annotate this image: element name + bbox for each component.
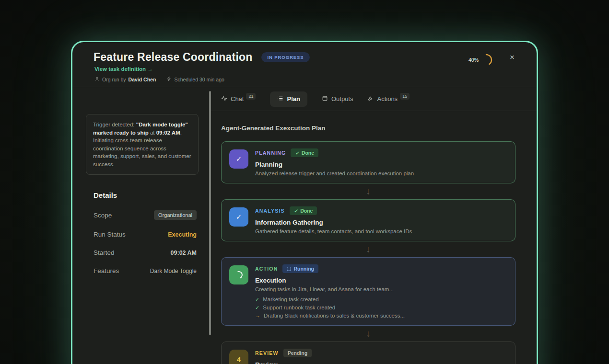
tab-bar: Chat 21 Plan Outputs [211, 87, 537, 111]
progress-percent: 40% [468, 57, 479, 63]
run-status-value: Executing [168, 231, 197, 238]
step-description: Analyzed release trigger and created coo… [255, 171, 414, 176]
spinner-icon [287, 267, 291, 271]
details-section: Details Scope Organizational Run Status … [94, 191, 197, 274]
step-title: Planning [255, 161, 414, 168]
detail-row-scope: Scope Organizational [94, 210, 197, 220]
run-by-meta: Org run by David Chen [94, 76, 156, 82]
detail-label: Run Status [94, 231, 126, 238]
step-number-icon: 4 [229, 350, 248, 364]
check-icon [295, 150, 299, 156]
phase-label: ANALYSIS [255, 208, 285, 214]
features-value: Dark Mode Toggle [150, 268, 197, 274]
window-header: Feature Release Coordination IN PROGRESS… [72, 42, 537, 87]
detail-row-features: Features Dark Mode Toggle [94, 267, 197, 274]
trigger-summary: Trigger detected: "Dark mode toggle" mar… [86, 114, 199, 175]
started-value: 09:02 AM [171, 250, 197, 256]
status-badge-pending: Pending [283, 349, 312, 357]
check-icon [255, 305, 259, 311]
phase-label: ACTION [255, 266, 278, 272]
trigger-text: Trigger detected: [93, 122, 136, 127]
check-icon [236, 155, 242, 163]
check-icon [236, 213, 242, 221]
progress-arc-icon [479, 53, 493, 67]
progress-indicator: 40% [468, 53, 493, 67]
status-badge: IN PROGRESS [261, 52, 310, 62]
arrow-down-icon [366, 187, 371, 196]
view-task-definition-link[interactable]: View task definition → [94, 66, 153, 72]
check-icon [294, 208, 298, 214]
scheduled-meta: Scheduled 30 min ago [166, 76, 224, 82]
detail-row-run-status: Run Status Executing [94, 231, 197, 238]
phase-label: PLANNING [255, 150, 286, 156]
phase-label: REVIEW [255, 350, 279, 356]
page-title: Feature Release Coordination [94, 51, 253, 64]
plan-step-review: 4 REVIEW Pending Review [221, 341, 515, 364]
desktop-background: Feature Release Coordination IN PROGRESS… [0, 0, 609, 364]
step-number: 4 [237, 355, 241, 364]
bolt-icon [166, 76, 172, 82]
task-run-window: Feature Release Coordination IN PROGRESS… [71, 41, 538, 364]
trigger-text: at [149, 130, 156, 136]
step-description: Gathered feature details, team contacts,… [255, 228, 412, 234]
activity-icon [221, 95, 227, 103]
run-by-prefix: Org run by [102, 77, 126, 82]
detail-label: Scope [94, 212, 112, 219]
subtask-item: Marketing task created [255, 296, 405, 303]
status-badge-done: Done [291, 148, 318, 157]
scheduled-text: Scheduled 30 min ago [174, 77, 224, 82]
scrollbar-thumb[interactable] [209, 91, 211, 335]
box-icon [322, 95, 328, 103]
details-heading: Details [94, 191, 197, 199]
run-by-name: David Chen [129, 77, 156, 82]
step-title: Execution [255, 277, 405, 284]
tab-actions[interactable]: Actions 15 [367, 95, 410, 103]
detail-label: Features [94, 267, 119, 274]
tab-label: Outputs [331, 95, 353, 102]
main-panel: Chat 21 Plan Outputs [211, 87, 537, 364]
check-icon [255, 296, 259, 303]
detail-label: Started [94, 249, 115, 256]
tab-label: Actions [377, 95, 398, 102]
arrow-down-icon [366, 245, 371, 254]
arrow-down-icon [366, 329, 371, 338]
plan-step-planning: PLANNING Done Planning Analyzed release … [221, 141, 515, 183]
subtask-item: Drafting Slack notifications to sales & … [255, 313, 405, 318]
status-badge-done: Done [290, 206, 317, 215]
chat-count-badge: 21 [246, 93, 256, 100]
subtask-list: Marketing task created Support runbook t… [255, 296, 405, 318]
arrow-right-icon [255, 313, 260, 318]
spinner-icon [234, 270, 244, 280]
step-icon-analysis [229, 207, 248, 227]
step-title: Review [255, 361, 312, 364]
actions-count-badge: 15 [400, 93, 410, 100]
tab-plan[interactable]: Plan [270, 91, 307, 107]
tab-label: Plan [287, 95, 300, 102]
plan-step-analysis: ANALYSIS Done Information Gathering Gath… [221, 199, 515, 241]
plan-content: Agent-Generated Exexcution Plan PLANNING [211, 111, 537, 364]
step-title: Information Gathering [255, 219, 412, 226]
trigger-time: 09:02 AM [156, 130, 180, 136]
wrench-icon [367, 95, 374, 103]
step-description: Creating tasks in Jira, Linear, and Asan… [255, 286, 405, 292]
plan-step-action: ACTION Running Execution Creating tasks … [221, 257, 515, 326]
status-badge-running: Running [282, 264, 318, 273]
plan-heading: Agent-Generated Exexcution Plan [221, 125, 515, 132]
list-icon [277, 95, 283, 103]
step-icon-action [229, 265, 248, 284]
details-sidebar: Trigger detected: "Dark mode toggle" mar… [72, 87, 211, 364]
person-icon [94, 76, 100, 82]
scope-value-badge: Organizational [154, 210, 197, 220]
tab-chat[interactable]: Chat 21 [221, 95, 256, 103]
tab-outputs[interactable]: Outputs [322, 95, 353, 103]
tab-label: Chat [231, 95, 244, 102]
detail-row-started: Started 09:02 AM [94, 249, 197, 256]
step-icon-planning [229, 149, 248, 169]
close-icon[interactable]: × [510, 53, 515, 62]
subtask-item: Support runbook task created [255, 305, 405, 311]
